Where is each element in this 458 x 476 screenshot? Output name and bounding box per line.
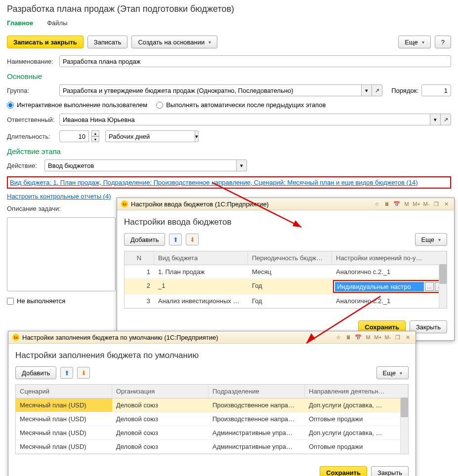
col-scenario[interactable]: Сценарий (16, 385, 112, 398)
calc-icon[interactable]: 🖩 (344, 333, 352, 341)
grid-row[interactable]: 2 _1 Год Индивидуальные настро … ↗ (125, 279, 447, 294)
title-icon[interactable]: ☆ (334, 333, 342, 341)
defaults-grid: Сценарий Организация Подразделение Напра… (15, 384, 409, 454)
not-done-input[interactable] (7, 298, 14, 305)
move-down-button[interactable]: ⬇ (186, 234, 199, 245)
more-button[interactable]: Еще (415, 233, 447, 246)
radio-interactive[interactable]: Интерактивное выполнение пользователем (7, 101, 147, 109)
dialog-heading: Настройки заполнения бюджета по умолчани… (15, 351, 409, 360)
responsible-label: Ответственный: (7, 116, 56, 123)
logo-1c-icon: 1c (12, 334, 19, 341)
dropdown-icon[interactable]: ▾ (430, 114, 441, 125)
grid-row[interactable]: Месячный план (USD) Деловой союз Админис… (16, 426, 408, 440)
page-title: Разработка плана продаж (Этап подготовки… (7, 4, 451, 14)
calc-icon[interactable]: 🖩 (383, 200, 391, 208)
save-button[interactable]: Сохранить (320, 466, 367, 476)
scrollbar[interactable] (439, 264, 447, 308)
col-settings[interactable]: Настройки измерений по-у… (332, 251, 447, 265)
calendar-icon[interactable]: 📅 (354, 333, 362, 341)
radio-auto-input[interactable] (156, 102, 163, 109)
dialog-titlebar[interactable]: 1c Настройки заполнения бюджета по умолч… (8, 331, 416, 344)
spinner-up-icon[interactable]: ▲ (91, 130, 99, 136)
action-label: Действие: (7, 162, 42, 169)
m-icon[interactable]: M (403, 200, 411, 208)
add-button[interactable]: Добавить (124, 233, 165, 246)
grid-row[interactable]: Месячный план (USD) Деловой союз Произво… (16, 412, 408, 426)
create-based-button[interactable]: Создать на основании (131, 36, 217, 48)
dialog-titlebar[interactable]: 1c Настройки ввода бюджетов (1С:Предприя… (117, 198, 454, 210)
radio-interactive-input[interactable] (7, 102, 14, 109)
close-button[interactable]: Закрыть (371, 466, 409, 476)
mplus-icon[interactable]: M+ (374, 333, 382, 341)
section-action: Действие этапа (7, 147, 451, 156)
title-icon[interactable]: ☆ (373, 200, 381, 208)
save-button[interactable]: Записать (87, 36, 128, 48)
tab-files[interactable]: Файлы (47, 19, 67, 29)
add-button[interactable]: Добавить (15, 366, 56, 379)
more-button[interactable]: Еще (398, 36, 430, 48)
arrow-up-icon: ⬆ (64, 369, 70, 377)
tab-main[interactable]: Главное (7, 19, 33, 29)
arrow-up-icon: ⬆ (173, 236, 178, 243)
open-icon[interactable]: ↗ (440, 114, 451, 125)
grid-row[interactable]: 1 1. План продаж Месяц Аналогично с.2._1 (125, 265, 447, 279)
dropdown-icon[interactable]: ▾ (236, 159, 247, 171)
grid-row[interactable]: Месячный план (USD) Деловой союз Произво… (16, 398, 408, 412)
col-budget[interactable]: Вид бюджета (154, 251, 248, 265)
close-icon[interactable]: ✕ (442, 200, 450, 208)
task-desc-textarea[interactable] (7, 217, 116, 291)
budget-grid: N Вид бюджета Периодичность бюдж… Настро… (124, 251, 447, 309)
ellipsis-icon[interactable]: … (425, 282, 434, 291)
dialog-heading: Настройки ввода бюджетов (124, 217, 447, 227)
arrow-down-icon: ⬇ (190, 236, 195, 243)
dropdown-icon[interactable]: ▾ (195, 130, 199, 142)
move-down-button[interactable]: ⬇ (77, 367, 90, 379)
tabs: Главное Файлы (7, 19, 451, 29)
grid-row[interactable]: 3 Анализ инвестиционных … Год Аналогично… (125, 294, 447, 308)
radio-auto[interactable]: Выполнять автоматически после предыдущих… (156, 101, 326, 109)
order-label: Порядок: (391, 87, 418, 94)
logo-1c-icon: 1c (121, 200, 128, 207)
group-input[interactable] (59, 84, 362, 96)
reports-link[interactable]: Настроить контрольные отчеты (4) (7, 193, 111, 200)
settings-cell-editor[interactable]: Индивидуальные настро … ↗ (333, 280, 446, 293)
mminus-icon[interactable]: M- (422, 200, 430, 208)
name-label: Наименование: (7, 58, 56, 65)
responsible-input[interactable] (59, 114, 430, 125)
section-main: Основные (7, 72, 451, 80)
col-org[interactable]: Организация (112, 385, 208, 398)
move-up-button[interactable]: ⬆ (60, 367, 73, 379)
window-icon[interactable]: ❐ (394, 333, 402, 341)
name-input[interactable] (59, 55, 451, 67)
default-settings-dialog: 1c Настройки заполнения бюджета по умолч… (8, 331, 416, 476)
col-n[interactable]: N (125, 251, 154, 265)
budget-type-link[interactable]: Вид бюджета: 1. План продаж, Подразделен… (10, 179, 418, 186)
task-desc-label: Описание задачи: (7, 205, 61, 212)
col-dir[interactable]: Направления деятельн… (305, 385, 408, 398)
group-label: Группа: (7, 87, 56, 94)
order-input[interactable] (421, 84, 451, 96)
col-dept[interactable]: Подразделение (208, 385, 305, 398)
window-icon[interactable]: ❐ (432, 200, 440, 208)
col-period[interactable]: Периодичность бюдж… (248, 251, 332, 265)
mplus-icon[interactable]: M+ (413, 200, 420, 208)
duration-label: Длительность: (7, 133, 56, 140)
duration-unit-input[interactable] (105, 130, 195, 142)
close-icon[interactable]: ✕ (404, 333, 412, 341)
mminus-icon[interactable]: M- (384, 333, 392, 341)
m-icon[interactable]: M (364, 333, 372, 341)
calendar-icon[interactable]: 📅 (393, 200, 401, 208)
main-toolbar: Записать и закрыть Записать Создать на о… (7, 36, 451, 48)
scrollbar[interactable] (400, 397, 408, 454)
move-up-button[interactable]: ⬆ (169, 234, 182, 245)
more-button[interactable]: Еще (376, 366, 409, 379)
help-button[interactable]: ? (435, 36, 451, 48)
duration-input[interactable] (59, 130, 89, 142)
action-input[interactable] (44, 159, 237, 171)
dropdown-icon[interactable]: ▾ (361, 84, 372, 96)
spinner-down-icon[interactable]: ▼ (91, 136, 99, 142)
save-close-button[interactable]: Записать и закрыть (7, 36, 83, 48)
arrow-down-icon: ⬇ (81, 369, 86, 377)
open-icon[interactable]: ↗ (372, 84, 382, 96)
grid-row[interactable]: Месячный план (USD) Деловой союз Админис… (16, 440, 408, 454)
